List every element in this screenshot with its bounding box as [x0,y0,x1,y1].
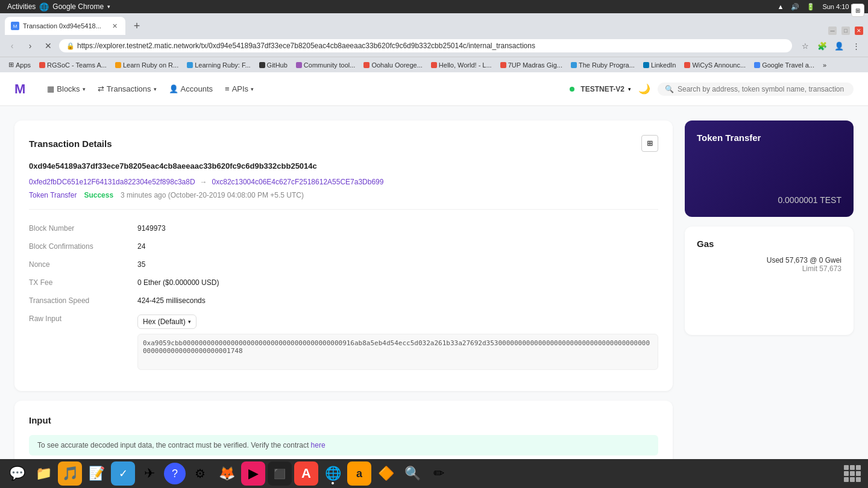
bookmark-ruby-prog[interactable]: The Ruby Progra... [567,60,638,70]
taskbar-app-rhythmbox[interactable]: 🎵 [58,461,82,484]
taskbar-app-media-player[interactable]: ▶ [241,461,265,484]
taskbar-right [844,465,863,482]
taskbar-app-todo[interactable]: ✓ [111,461,135,484]
expand-button[interactable]: ⊞ [641,135,658,152]
transaction-details-card: Transaction Details ⊞ 0xd94e54189a37df33… [14,120,673,391]
bookmark-hello-world[interactable]: Hello, World! - L... [427,60,495,70]
activities-button[interactable]: Activities [7,2,36,11]
arrow-icon: → [200,178,207,186]
taskbar-app-amazon[interactable]: a [347,461,371,484]
os-titlebar: Activities 🌐 Google Chrome ▾ ▲ 🔊 🔋 Sun 4… [0,0,868,13]
transactions-icon: ⇄ [98,84,104,93]
tab-title: Transaction 0xd94e5418... [23,22,101,30]
close-button[interactable]: ✕ [855,27,863,35]
back-button[interactable]: ‹ [5,39,19,53]
nav-blocks[interactable]: ▦ Blocks ▾ [47,84,85,93]
taskbar-app-vlc[interactable]: 🔶 [374,461,398,484]
transaction-meta: Token Transfer Success 3 minutes ago (Oc… [29,191,658,199]
verify-contract-link[interactable]: here [311,441,326,449]
chevron-down-icon: ▾ [83,86,86,92]
reload-button[interactable]: ✕ [41,39,55,53]
tab-favicon: M [11,22,19,30]
grid-dot [850,471,855,476]
bookmark-google-travel[interactable]: Google Travel a... [750,60,818,70]
bookmark-wicys[interactable]: WiCyS Announc... [681,60,749,70]
url-input[interactable] [77,42,785,50]
nonce-label: Nonce [29,255,137,274]
address-bar: ‹ › ✕ 🔒 ☆ 🧩 👤 ⋮ [0,35,868,57]
tab-close-button[interactable]: ✕ [110,21,119,31]
page-content: M ▦ Blocks ▾ ⇄ Transactions ▾ 👤 Accounts [0,72,868,484]
block-confirmations-row: Block Confirmations 24 [29,237,658,255]
nav-blocks-label: Blocks [57,84,80,93]
blocks-icon: ▦ [47,84,54,93]
minimize-button[interactable]: ─ [828,27,837,35]
hex-format-label: Hex (Default) [143,318,186,326]
tx-fee-label: TX Fee [29,274,137,292]
taskbar-app-appstore[interactable]: A [294,461,318,484]
raw-input-textarea[interactable]: 0xa9059cbb000000000000000000000000000000… [137,334,658,370]
hex-format-select[interactable]: Hex (Default) ▾ [137,314,197,329]
nav-accounts[interactable]: 👤 Accounts [169,84,213,93]
input-notice-text: To see accurate decoded input data, the … [37,441,309,449]
profile-icon[interactable]: 👤 [832,39,846,53]
chevron-down-icon[interactable]: ▾ [107,4,110,10]
search-input[interactable] [678,85,846,93]
bookmark-rgsoc[interactable]: RGSoC - Teams A... [36,60,110,70]
grid-dot [844,471,849,476]
bookmark-github[interactable]: GitHub [256,60,291,70]
more-menu-icon[interactable]: ⋮ [849,39,863,53]
bookmark-linkedin[interactable]: LinkedIn [640,60,680,70]
bookmark-star-icon[interactable]: ☆ [798,39,813,53]
network-selector[interactable]: TESTNET-V2 ▾ [570,85,631,93]
token-amount: 0.0000001 TEST [697,159,841,205]
nav-transactions-label: Transactions [107,84,151,93]
bookmark-learning-ruby[interactable]: Learning Ruby: F... [183,60,254,70]
token-transfer-card: Token Transfer 0.0000001 TEST [685,120,854,217]
token-transfer-title: Token Transfer [697,133,841,143]
bookmark-apps[interactable]: ⊞ Apps [5,60,34,70]
network-label: TESTNET-V2 [580,85,624,93]
url-bar[interactable]: 🔒 [59,39,792,52]
taskbar-app-files[interactable]: 📁 [31,461,55,484]
bookmark-oohalu[interactable]: Oohalu Oorege... [360,60,426,70]
extensions-icon[interactable]: 🧩 [815,39,829,53]
app-active-indicator [332,482,334,484]
grid-dot [850,465,855,470]
taskbar-app-libreoffice-writer[interactable]: 📝 [84,461,108,484]
active-tab[interactable]: M Transaction 0xd94e5418... ✕ [5,17,125,35]
new-tab-button[interactable]: + [128,17,146,35]
gas-limit: Limit 57,673 [697,264,841,273]
taskbar-app-terminal[interactable]: ⬛ [268,461,292,484]
taskbar-app-magnifier[interactable]: 🔍 [400,461,424,484]
taskbar-app-telegram[interactable]: ✈ [137,461,162,484]
gas-card: Gas Used 57,673 @ 0 Gwei Limit 57,673 [685,227,854,335]
taskbar-app-firefox[interactable]: 🦊 [215,461,239,484]
app-grid-button[interactable] [844,465,861,482]
bookmark-ruby-on-r[interactable]: Learn Ruby on R... [112,60,182,70]
search-box[interactable]: 🔍 [658,83,854,96]
bookmark-community[interactable]: Community tool... [292,60,359,70]
bookmark-7up[interactable]: 7UP Madras Gig... [497,60,566,70]
taskbar-app-text-editor[interactable]: ✏ [427,461,451,484]
nav-apis[interactable]: ≡ APIs ▾ [225,84,254,93]
taskbar-app-help[interactable]: ? [164,463,186,484]
nav-accounts-label: Accounts [181,84,213,93]
taskbar-app-messages[interactable]: 💬 [5,461,29,484]
transaction-detail-table: Block Number 9149973 Block Confirmations… [29,219,658,377]
to-address[interactable]: 0xc82c13004c06E4c627cF2518612A55CE7a3Db6… [212,178,384,186]
dark-mode-toggle[interactable]: 🌙 [638,83,650,95]
maximize-button[interactable]: □ [841,27,850,35]
wifi-icon: ▲ [778,3,784,10]
gas-details: Used 57,673 @ 0 Gwei Limit 57,673 [697,256,841,273]
from-address[interactable]: 0xfed2fbDC651e12F64131da822304e52f898c3a… [29,178,195,186]
site-logo[interactable]: M [14,81,25,97]
nav-transactions[interactable]: ⇄ Transactions ▾ [98,84,157,93]
bookmark-favicon [39,62,45,68]
bookmark-more[interactable]: » [819,60,830,70]
taskbar-app-settings[interactable]: ⚙ [188,461,212,484]
forward-button[interactable]: › [23,39,37,53]
taskbar-app-chrome[interactable]: 🌐 [321,461,345,484]
bookmark-favicon [115,62,121,68]
network-status-badge [570,87,574,92]
